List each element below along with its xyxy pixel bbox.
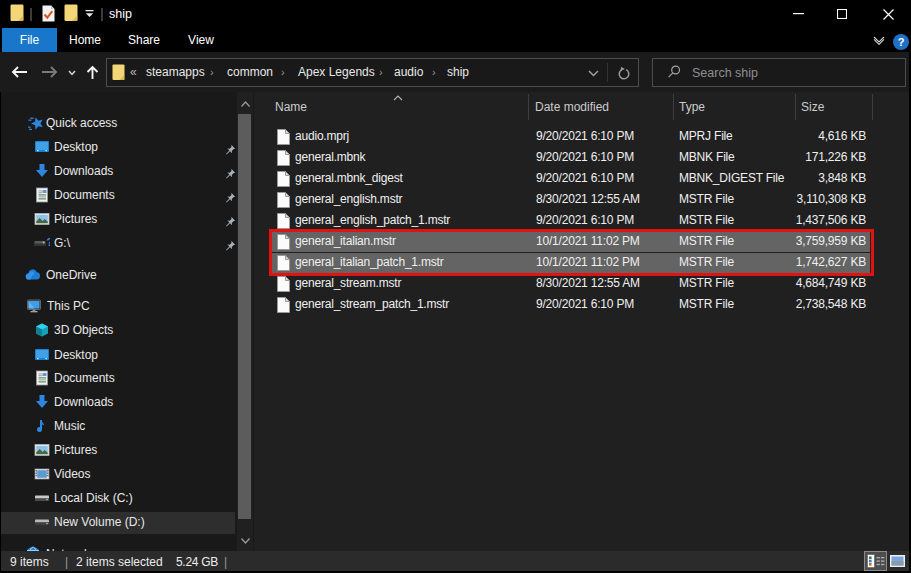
svg-text:?: ?	[898, 36, 905, 48]
svg-text:?: ?	[47, 236, 50, 248]
